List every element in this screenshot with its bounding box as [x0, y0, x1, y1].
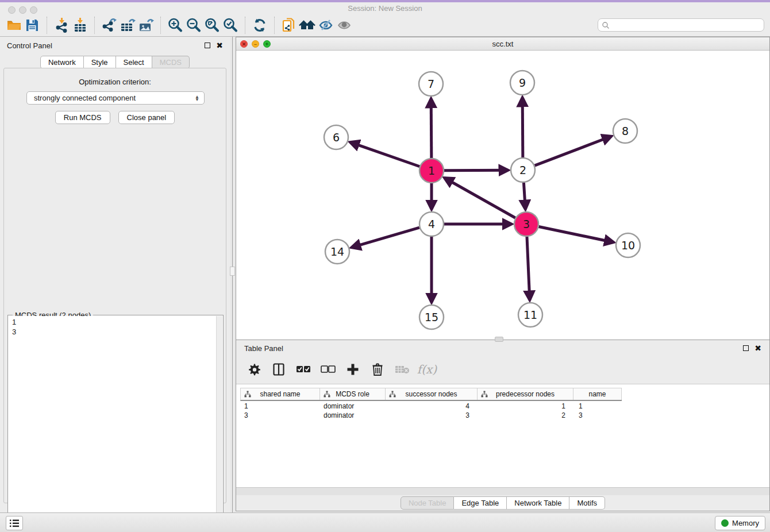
network-canvas[interactable]: 7968124314101511 [236, 51, 769, 340]
graph-edge-4-14[interactable] [352, 228, 419, 248]
graph-edge-2-8[interactable] [535, 136, 611, 165]
zoom-selected-button[interactable] [221, 16, 240, 34]
graph-edge-3-1[interactable] [445, 178, 515, 218]
column-header-predecessor-nodes[interactable]: predecessor nodes [478, 388, 573, 400]
select-all-button[interactable] [296, 362, 311, 377]
float-table-panel-icon[interactable] [743, 345, 749, 351]
graph-edge-2-9[interactable] [522, 98, 523, 157]
graph-edge-1-2[interactable] [444, 170, 508, 171]
save-floppy-icon [25, 18, 40, 33]
graph-edge-1-6[interactable] [351, 142, 420, 167]
refresh-button[interactable] [251, 16, 269, 34]
export-table-icon [120, 17, 136, 33]
automation-panel-button[interactable] [6, 516, 23, 530]
splitter-handle[interactable] [230, 267, 235, 276]
mcds-result-line: 1 [12, 317, 216, 327]
deselect-all-button[interactable] [321, 362, 336, 377]
graph-edge-3-11[interactable] [527, 237, 530, 300]
delete-table-button[interactable] [395, 362, 410, 377]
zoom-fit-button[interactable] [203, 16, 221, 34]
result-scrollbar[interactable] [216, 316, 222, 531]
close-window-button[interactable] [8, 6, 16, 14]
add-row-button[interactable] [345, 362, 360, 377]
import-table-button[interactable] [71, 16, 89, 34]
cell-predecessor-nodes[interactable]: 2 [477, 410, 573, 419]
search-input[interactable] [610, 20, 764, 30]
tab-network[interactable]: Network [40, 56, 84, 69]
close-table-panel-icon[interactable]: ✖ [754, 345, 761, 351]
close-panel-icon[interactable]: ✖ [216, 43, 223, 48]
list-icon [9, 519, 20, 528]
memory-button[interactable]: Memory [715, 516, 765, 530]
column-header-name[interactable]: name [573, 388, 622, 400]
import-network-button[interactable] [52, 16, 71, 34]
search-icon [602, 21, 610, 29]
save-session-button[interactable] [23, 16, 41, 34]
column-header-mcds-role[interactable]: MCDS role [320, 388, 386, 400]
graph-edge-1-7[interactable] [431, 99, 432, 158]
network-window-controls[interactable]: ✕ – + [240, 40, 271, 48]
duplicate-network-button[interactable] [280, 16, 298, 34]
optimization-criterion-select[interactable]: strongly connected component ▲▼ [26, 91, 205, 105]
table-panel-header: Table Panel ✖ [236, 340, 769, 356]
network-graph[interactable]: 7968124314101511 [236, 51, 769, 340]
zoom-in-button[interactable] [166, 16, 184, 34]
tab-network-table[interactable]: Network Table [507, 496, 569, 510]
delete-row-button[interactable] [370, 362, 385, 377]
tab-mcds[interactable]: MCDS [152, 56, 190, 69]
plus-icon [346, 363, 359, 376]
cell-mcds-role[interactable]: dominator [319, 401, 385, 410]
network-window-titlebar[interactable]: ✕ – + scc.txt [236, 37, 769, 51]
close-view-button[interactable]: ✕ [240, 40, 248, 48]
minimize-view-button[interactable]: – [252, 40, 259, 48]
mcds-panel-body: Optimization criterion: strongly connect… [3, 68, 226, 503]
column-header-successor-nodes[interactable]: successor nodes [386, 388, 478, 400]
tab-select[interactable]: Select [116, 56, 152, 69]
edit-column-icon [244, 391, 251, 398]
horizontal-splitter-handle[interactable] [495, 337, 503, 342]
window-controls[interactable] [8, 6, 37, 14]
export-image-button[interactable] [137, 16, 155, 34]
search-field[interactable] [598, 18, 764, 32]
cell-successor-nodes[interactable]: 3 [385, 410, 477, 419]
columns-icon [272, 363, 285, 376]
tab-node-table[interactable]: Node Table [401, 496, 455, 510]
table-panel-title: Table Panel [244, 344, 283, 353]
tab-edge-table[interactable]: Edge Table [454, 496, 507, 510]
cell-predecessor-nodes[interactable]: 1 [477, 401, 573, 410]
table-settings-button[interactable] [247, 362, 261, 377]
function-builder-button[interactable]: f(x) [419, 362, 434, 377]
table-row[interactable]: 3 dominator 3 2 3 [240, 410, 622, 419]
first-neighbors-button[interactable] [298, 16, 317, 34]
vertical-splitter[interactable] [230, 37, 236, 512]
tab-motifs[interactable]: Motifs [569, 496, 605, 510]
export-table-button[interactable] [118, 16, 137, 34]
cell-shared-name[interactable]: 3 [240, 410, 319, 419]
run-mcds-button[interactable]: Run MCDS [55, 111, 110, 124]
maximize-window-button[interactable] [30, 6, 37, 14]
close-panel-button[interactable]: Close panel [118, 111, 175, 124]
zoom-out-button[interactable] [184, 16, 203, 34]
float-panel-icon[interactable] [205, 43, 210, 48]
hide-selected-button[interactable] [317, 16, 335, 34]
maximize-view-button[interactable]: + [263, 40, 271, 48]
tab-style[interactable]: Style [84, 56, 116, 69]
cell-name[interactable]: 1 [573, 401, 621, 410]
mcds-result-list[interactable]: 1 3 [9, 316, 216, 531]
cell-mcds-role[interactable]: dominator [319, 410, 385, 419]
open-session-button[interactable] [5, 16, 23, 34]
table-row[interactable]: 1 dominator 4 1 1 [240, 401, 622, 410]
cell-shared-name[interactable]: 1 [240, 401, 319, 410]
column-header-shared-name[interactable]: shared name [241, 388, 320, 400]
graph-edge-3-10[interactable] [539, 227, 614, 242]
gear-icon [248, 363, 260, 376]
cell-name[interactable]: 3 [573, 410, 621, 419]
show-all-button[interactable] [335, 16, 353, 34]
graph-edge-2-3[interactable] [523, 183, 525, 209]
minimize-window-button[interactable] [19, 6, 26, 14]
column-chooser-button[interactable] [271, 362, 286, 377]
cell-successor-nodes[interactable]: 4 [385, 401, 477, 410]
edit-column-icon [324, 391, 330, 398]
export-network-button[interactable] [100, 16, 118, 34]
app-titlebar: Session: New Session [0, 2, 770, 14]
